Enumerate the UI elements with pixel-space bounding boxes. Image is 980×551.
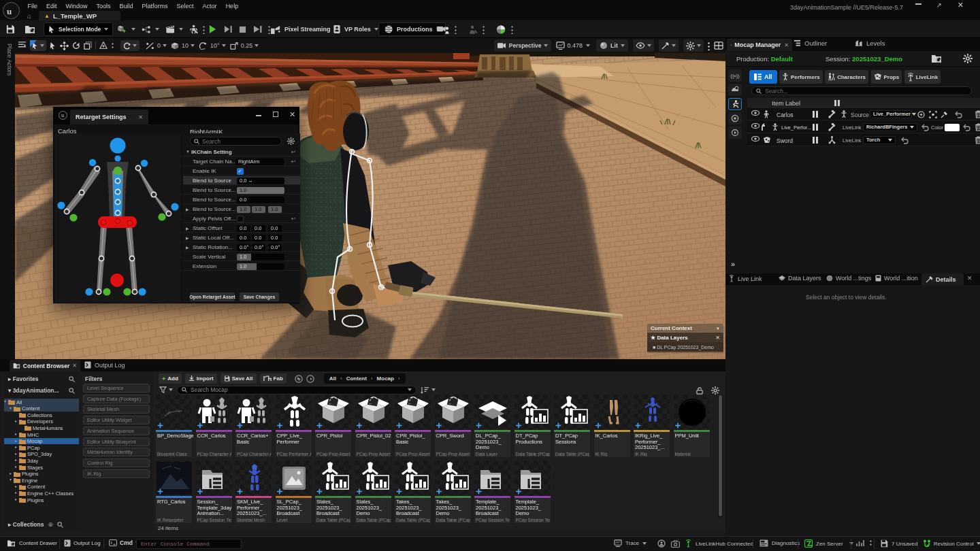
svg-text:+: +: [122, 28, 126, 35]
